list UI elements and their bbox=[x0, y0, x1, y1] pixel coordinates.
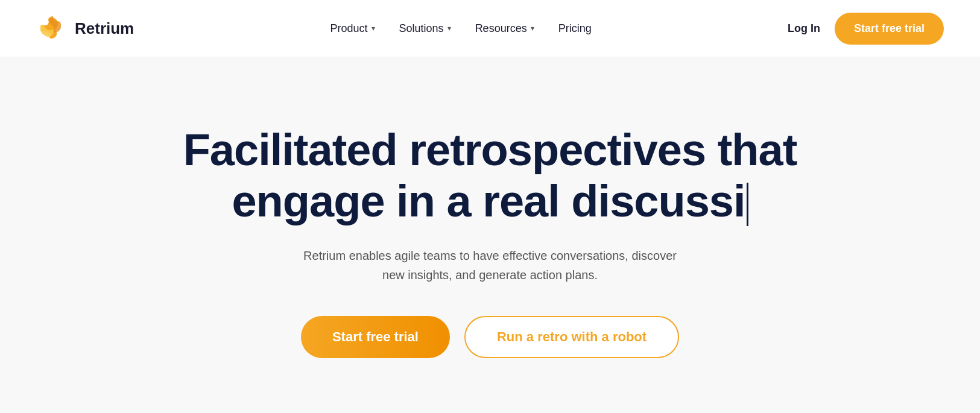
hero-buttons: Start free trial Run a retro with a robo… bbox=[301, 316, 679, 358]
nav-link-pricing[interactable]: Pricing bbox=[558, 22, 592, 35]
nav-item-solutions[interactable]: Solutions ▾ bbox=[399, 22, 451, 35]
brand-name: Retrium bbox=[75, 19, 134, 38]
chevron-down-icon: ▾ bbox=[371, 24, 375, 33]
nav-link-solutions[interactable]: Solutions ▾ bbox=[399, 22, 451, 35]
navbar: Retrium Product ▾ Solutions ▾ Resources … bbox=[0, 0, 980, 57]
hero-robot-button[interactable]: Run a retro with a robot bbox=[464, 316, 679, 358]
nav-item-product[interactable]: Product ▾ bbox=[330, 22, 375, 35]
retrium-logo-icon bbox=[36, 13, 68, 44]
nav-link-product[interactable]: Product ▾ bbox=[330, 22, 375, 35]
nav-trial-button[interactable]: Start free trial bbox=[835, 13, 944, 45]
nav-item-pricing[interactable]: Pricing bbox=[558, 22, 592, 35]
nav-links: Product ▾ Solutions ▾ Resources ▾ Pricin… bbox=[330, 22, 592, 35]
chevron-down-icon: ▾ bbox=[531, 24, 534, 33]
hero-subtitle: Retrium enables agile teams to have effe… bbox=[303, 246, 677, 285]
logo[interactable]: Retrium bbox=[36, 13, 134, 44]
hero-section: Facilitated retrospectives that engage i… bbox=[0, 57, 980, 413]
hero-trial-button[interactable]: Start free trial bbox=[301, 316, 450, 358]
nav-link-resources[interactable]: Resources ▾ bbox=[475, 22, 534, 35]
nav-right: Log In Start free trial bbox=[788, 13, 944, 45]
text-cursor bbox=[747, 183, 748, 226]
login-link[interactable]: Log In bbox=[788, 22, 820, 35]
hero-title: Facilitated retrospectives that engage i… bbox=[183, 124, 797, 227]
chevron-down-icon: ▾ bbox=[447, 24, 451, 33]
nav-item-resources[interactable]: Resources ▾ bbox=[475, 22, 534, 35]
